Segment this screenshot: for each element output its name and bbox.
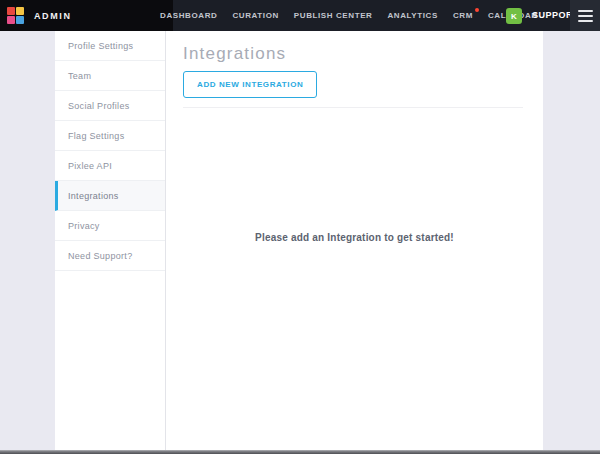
nav-item-publish-center[interactable]: PUBLISH CENTER xyxy=(294,11,373,20)
add-new-integration-button[interactable]: ADD NEW INTEGRATION xyxy=(183,71,317,98)
sidebar-item-pixlee-api[interactable]: Pixlee API xyxy=(55,151,165,181)
nav-item-crm[interactable]: CRM xyxy=(453,11,473,20)
logo-square-yellow xyxy=(16,7,24,15)
primary-nav: DASHBOARD CURATION PUBLISH CENTER ANALYT… xyxy=(160,0,538,31)
nav-item-curation[interactable]: CURATION xyxy=(232,11,278,20)
sidebar-item-flag-settings[interactable]: Flag Settings xyxy=(55,121,165,151)
section-divider xyxy=(183,107,523,108)
top-navigation-bar: ADMIN DASHBOARD CURATION PUBLISH CENTER … xyxy=(0,0,600,31)
sidebar-item-privacy[interactable]: Privacy xyxy=(55,211,165,241)
logo-square-red xyxy=(7,7,15,15)
settings-sidebar: Profile Settings Team Social Profiles Fl… xyxy=(55,31,166,450)
integrations-panel: Integrations ADD NEW INTEGRATION Please … xyxy=(166,31,543,450)
brand-label: ADMIN xyxy=(34,11,72,21)
sidebar-item-team[interactable]: Team xyxy=(55,61,165,91)
logo-square-blue xyxy=(16,16,24,24)
window-bottom-edge xyxy=(0,450,600,454)
nav-item-analytics[interactable]: ANALYTICS xyxy=(387,11,437,20)
brand-home-link[interactable]: ADMIN xyxy=(0,0,173,31)
empty-state-message: Please add an Integration to get started… xyxy=(166,232,543,243)
page-title: Integrations xyxy=(183,44,523,64)
sidebar-item-need-support[interactable]: Need Support? xyxy=(55,241,165,271)
chat-badge-letter: K xyxy=(511,12,517,21)
sidebar-item-social-profiles[interactable]: Social Profiles xyxy=(55,91,165,121)
pixlee-logo-icon xyxy=(7,7,24,24)
hamburger-icon xyxy=(578,10,593,12)
logo-square-pink xyxy=(7,16,15,24)
notification-dot-icon xyxy=(475,8,479,12)
nav-item-dashboard[interactable]: DASHBOARD xyxy=(160,11,217,20)
nav-item-crm-label: CRM xyxy=(453,11,473,20)
chat-widget-button[interactable]: K xyxy=(506,8,522,24)
sidebar-item-integrations[interactable]: Integrations xyxy=(55,181,165,211)
hamburger-menu-button[interactable] xyxy=(570,0,600,31)
sidebar-item-profile-settings[interactable]: Profile Settings xyxy=(55,31,165,61)
